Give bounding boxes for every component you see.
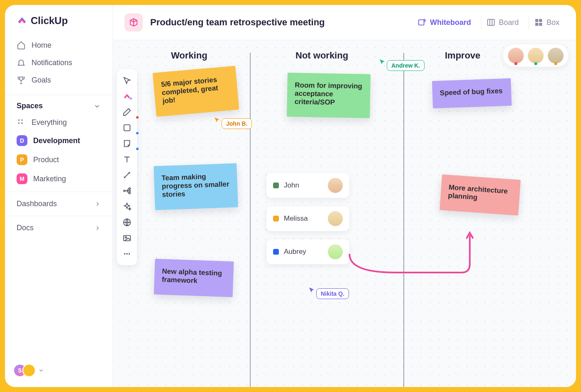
- svg-rect-9: [539, 23, 542, 26]
- cursor-andrew: Andrew K.: [378, 53, 425, 71]
- nav-goals[interactable]: Goals: [13, 71, 104, 89]
- tool-ai[interactable]: [122, 202, 132, 211]
- svg-point-3: [21, 122, 23, 124]
- svg-rect-10: [124, 125, 130, 131]
- tool-connector[interactable]: [122, 170, 132, 180]
- tool-sticky[interactable]: [122, 139, 132, 148]
- avatar: [328, 244, 343, 259]
- svg-rect-4: [419, 20, 424, 25]
- space-badge-m: M: [17, 173, 27, 184]
- canvas-wrap: + Working Not: [113, 40, 576, 387]
- tool-clickup[interactable]: +: [122, 92, 132, 101]
- color-swatch-yellow: [273, 216, 279, 222]
- nav-group: Home Notifications Goals: [5, 34, 112, 91]
- svg-point-18: [124, 253, 126, 255]
- section-dashboards[interactable]: Dashboards: [5, 192, 112, 216]
- person-card-aubrey[interactable]: Aubrey: [266, 239, 349, 264]
- tab-whiteboard[interactable]: Whiteboard: [413, 15, 476, 29]
- topbar: Product/eng team retrospective meeting W…: [113, 5, 576, 40]
- space-badge-d: D: [17, 135, 27, 146]
- cursor-john: John B.: [213, 111, 252, 129]
- sidebar: ClickUp Home Notifications Goals Spaces …: [5, 5, 113, 387]
- cursor-icon: [308, 286, 315, 294]
- svg-rect-5: [488, 19, 495, 26]
- svg-point-1: [21, 119, 23, 121]
- cursor-icon: [213, 116, 221, 124]
- user-avatar-2[interactable]: [22, 364, 36, 377]
- main: Product/eng team retrospective meeting W…: [113, 5, 576, 387]
- tool-image[interactable]: [122, 234, 132, 243]
- svg-point-20: [129, 253, 130, 255]
- presence-bar[interactable]: [503, 44, 569, 67]
- cursor-icon: [378, 58, 386, 66]
- nav-goals-label: Goals: [32, 76, 51, 85]
- svg-point-17: [125, 236, 127, 238]
- svg-point-19: [126, 253, 128, 255]
- tool-text[interactable]: [122, 155, 132, 164]
- cursor-nikita: Nikita Q.: [308, 281, 349, 299]
- svg-rect-7: [539, 19, 542, 22]
- presence-avatar[interactable]: [528, 48, 544, 63]
- svg-rect-16: [124, 236, 131, 241]
- sticky-team-progress[interactable]: Team making progress on smaller stories: [154, 163, 238, 210]
- color-dot-blue: [136, 132, 139, 134]
- presence-avatar[interactable]: [508, 48, 524, 63]
- brand-logo[interactable]: ClickUp: [5, 13, 112, 34]
- sticky-arch-planning[interactable]: More architecture planning: [439, 174, 521, 215]
- color-dot-blue2: [136, 148, 139, 150]
- connector-arrow[interactable]: [345, 227, 478, 285]
- brand-name: ClickUp: [31, 15, 68, 27]
- view-tabs: Whiteboard Board Box: [413, 15, 564, 29]
- clickup-icon: [17, 15, 27, 26]
- tool-pen[interactable]: [122, 107, 132, 117]
- color-swatch-blue: [273, 249, 279, 255]
- nav-home[interactable]: Home: [13, 37, 104, 54]
- svg-point-12: [129, 188, 131, 190]
- space-development[interactable]: D Development: [5, 131, 112, 150]
- color-swatch-green: [273, 183, 279, 188]
- everything-icon: [17, 118, 26, 127]
- col-divider-1: [250, 53, 251, 387]
- presence-avatar[interactable]: [548, 48, 564, 63]
- tool-more[interactable]: [122, 249, 132, 258]
- col-working-title: Working: [171, 50, 208, 61]
- page-title: Product/eng team retrospective meeting: [150, 17, 325, 28]
- svg-point-13: [129, 190, 131, 192]
- nav-notifications[interactable]: Notifications: [13, 54, 104, 71]
- sticky-bug-fixes[interactable]: Speed of bug fixes: [432, 78, 512, 109]
- sidebar-footer: S: [5, 364, 112, 380]
- tool-select[interactable]: [122, 76, 132, 85]
- app-window: ClickUp Home Notifications Goals Spaces …: [5, 5, 576, 387]
- svg-point-0: [18, 119, 20, 121]
- chevron-down-icon[interactable]: [38, 368, 44, 373]
- space-marketing[interactable]: M Marketing: [5, 169, 112, 188]
- tab-box[interactable]: Box: [529, 15, 564, 29]
- nav-notifications-label: Notifications: [32, 58, 72, 67]
- chevron-right-icon: [94, 225, 101, 231]
- tool-shape[interactable]: [122, 123, 132, 132]
- page-icon[interactable]: [124, 13, 143, 32]
- svg-point-14: [129, 192, 131, 194]
- person-card-melissa[interactable]: Melissa: [266, 206, 349, 231]
- sticky-alpha-framework[interactable]: New alpha testing framework: [154, 259, 234, 297]
- person-card-john[interactable]: John: [266, 173, 349, 198]
- space-everything[interactable]: Everything: [5, 114, 112, 131]
- sticky-acceptance-criteria[interactable]: Room for improving acceptance criteria/S…: [287, 73, 371, 118]
- trophy-icon: [17, 75, 26, 85]
- tab-board[interactable]: Board: [481, 15, 524, 29]
- svg-rect-8: [535, 23, 538, 26]
- chevron-down-icon: [93, 102, 101, 110]
- whiteboard-canvas[interactable]: + Working Not: [113, 40, 576, 387]
- tool-mindmap[interactable]: [122, 186, 132, 195]
- avatar: [328, 178, 343, 193]
- home-icon: [17, 41, 26, 50]
- tool-web[interactable]: [122, 218, 132, 227]
- sticky-major-stories[interactable]: 5/6 major stories completed, great job!: [153, 66, 239, 117]
- spaces-header[interactable]: Spaces: [5, 95, 112, 114]
- section-docs[interactable]: Docs: [5, 216, 112, 240]
- svg-point-2: [18, 122, 20, 124]
- col-divider-2: [403, 53, 404, 387]
- space-product[interactable]: P Product: [5, 150, 112, 169]
- color-dot-red: [136, 116, 139, 119]
- col-improve-title: Improve: [445, 50, 481, 61]
